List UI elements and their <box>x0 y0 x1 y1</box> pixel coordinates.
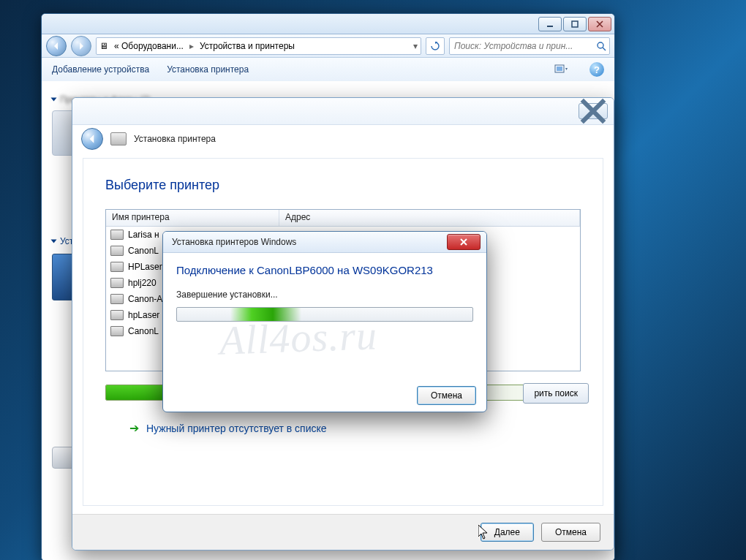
col-address[interactable]: Адрес <box>279 210 580 226</box>
col-name[interactable]: Имя принтера <box>106 210 279 226</box>
search-icon <box>596 41 606 51</box>
printer-name: CanonL <box>128 326 159 336</box>
printer-icon <box>110 294 124 304</box>
printer-name: Larisa н <box>128 230 159 240</box>
dialog-close-button[interactable] <box>447 234 481 250</box>
printer-icon <box>110 310 124 320</box>
address-bar: 🖥 « Оборудовани... ▸ Устройства и принте… <box>42 34 614 58</box>
install-progress-dialog: Установка принтеров Windows Подключение … <box>162 231 487 412</box>
printer-name: HPLaser <box>128 262 162 272</box>
chevron-down-icon[interactable]: ▾ <box>413 41 418 51</box>
printer-name: hpLaser <box>128 310 159 320</box>
wizard-title: Установка принтера <box>134 134 216 144</box>
svg-rect-1 <box>572 21 578 27</box>
dialog-progress-bar <box>176 307 473 322</box>
dialog-body: Подключение к CanonLBP6000 на WS09KGOR21… <box>163 253 486 329</box>
svg-point-2 <box>598 42 603 48</box>
arrow-right-icon: ➔ <box>129 421 139 435</box>
dialog-status: Завершение установки... <box>176 290 473 300</box>
wizard-header: Установка принтера <box>72 125 614 153</box>
nav-forward-button[interactable] <box>71 36 91 56</box>
search-input[interactable] <box>453 40 596 52</box>
breadcrumb-computer-icon: 🖥 <box>99 41 108 51</box>
printer-icon <box>110 230 124 240</box>
printer-icon <box>110 132 127 145</box>
wizard-back-button[interactable] <box>81 128 103 150</box>
printer-icon <box>110 326 124 336</box>
window-titlebar <box>42 14 614 34</box>
search-box[interactable] <box>449 37 610 55</box>
dialog-titlebar[interactable]: Установка принтеров Windows <box>163 232 486 253</box>
help-button[interactable]: ? <box>589 62 604 77</box>
cmd-add-device[interactable]: Добавление устройства <box>52 64 149 75</box>
list-header: Имя принтера Адрес <box>106 210 580 227</box>
breadcrumb-seg-1[interactable]: « Оборудовани... <box>111 41 186 51</box>
search-again-button[interactable]: рить поиск <box>523 383 589 404</box>
maximize-button[interactable] <box>563 17 587 31</box>
cmd-add-printer[interactable]: Установка принтера <box>167 64 249 75</box>
wizard-close-button[interactable] <box>579 103 608 119</box>
printer-name: Canon-A <box>128 294 162 304</box>
dialog-title: Установка принтеров Windows <box>169 237 296 247</box>
wizard-titlebar <box>72 98 614 125</box>
close-button[interactable] <box>588 17 611 31</box>
svg-rect-4 <box>557 67 562 71</box>
dialog-cancel-button[interactable]: Отмена <box>417 386 476 405</box>
minimize-button[interactable] <box>538 17 562 31</box>
view-options-button[interactable] <box>550 61 572 78</box>
printer-icon <box>110 278 124 288</box>
printer-not-listed-link[interactable]: ➔ Нужный принтер отсутствует в списке <box>129 421 327 435</box>
dialog-footer: Отмена <box>163 379 486 412</box>
cancel-button[interactable]: Отмена <box>541 523 600 542</box>
next-button[interactable]: Далее <box>481 523 534 542</box>
breadcrumb-seg-2[interactable]: Устройства и принтеры <box>197 41 298 51</box>
breadcrumb[interactable]: 🖥 « Оборудовани... ▸ Устройства и принте… <box>96 37 421 55</box>
wizard-heading: Выберите принтер <box>105 178 581 193</box>
printer-name: CanonL <box>128 246 159 256</box>
wizard-footer: Далее Отмена <box>72 514 614 550</box>
printer-name: hplj220 <box>128 278 157 288</box>
nav-back-button[interactable] <box>46 36 67 56</box>
printer-icon <box>110 246 124 256</box>
command-bar: Добавление устройства Установка принтера… <box>42 58 614 82</box>
chevron-right-icon: ▸ <box>189 41 194 51</box>
svg-rect-0 <box>547 26 553 27</box>
printer-icon <box>110 262 124 272</box>
dialog-heading: Подключение к CanonLBP6000 на WS09KGOR21… <box>176 263 473 278</box>
refresh-button[interactable] <box>426 37 445 55</box>
